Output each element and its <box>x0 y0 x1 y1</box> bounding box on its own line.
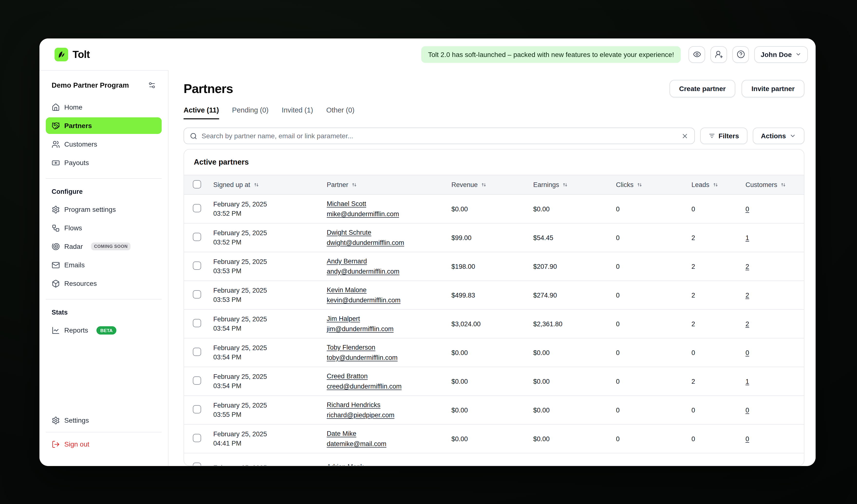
row-checkbox[interactable] <box>193 348 201 356</box>
partner-name-link[interactable]: Michael Scott <box>327 199 366 208</box>
clicks-cell: 0 <box>616 291 691 299</box>
partner-email-link[interactable]: mike@dundermifflin.com <box>327 209 399 218</box>
row-checkbox[interactable] <box>193 290 201 299</box>
mail-icon <box>52 261 60 269</box>
partner-name-link[interactable]: Jim Halpert <box>327 314 360 323</box>
column-label: Signed up at <box>213 181 250 188</box>
column-header-signed-up-at[interactable]: Signed up at <box>213 181 327 188</box>
signed-up-date: February 25, 2025 <box>213 430 327 439</box>
row-checkbox[interactable] <box>193 204 201 212</box>
earnings-cell: $0.00 <box>533 435 616 442</box>
customers-count-link[interactable]: 0 <box>745 349 749 356</box>
row-checkbox[interactable] <box>193 262 201 270</box>
row-checkbox[interactable] <box>193 376 201 385</box>
row-checkbox[interactable] <box>193 434 201 442</box>
customers-count-link[interactable]: 2 <box>745 263 749 270</box>
sidebar-item-label: Settings <box>64 416 89 424</box>
row-checkbox-cell <box>184 319 213 329</box>
filters-button[interactable]: Filters <box>700 128 747 144</box>
partner-name-link[interactable]: Creed Bratton <box>327 372 368 381</box>
sidebar: Demo Partner Program Home Partners Custo… <box>39 70 168 466</box>
help-icon <box>737 50 745 58</box>
partner-email-link[interactable]: toby@dundermifflin.com <box>327 353 398 362</box>
customers-count-link[interactable]: 1 <box>745 234 749 241</box>
partner-name-link[interactable]: Date Mike <box>327 429 356 438</box>
column-label: Leads <box>691 181 709 188</box>
column-header-revenue[interactable]: Revenue <box>451 181 533 188</box>
sign-out-button[interactable]: Sign out <box>46 436 162 452</box>
partner-name-link[interactable]: Richard Hendricks <box>327 401 381 409</box>
tab-other[interactable]: Other (0) <box>326 106 354 119</box>
sidebar-item-program-settings[interactable]: Program settings <box>46 201 162 218</box>
sidebar-item-flows[interactable]: Flows <box>46 220 162 236</box>
revenue-cell: $0.00 <box>451 406 533 414</box>
partner-name-link[interactable]: Kevin Malone <box>327 286 367 295</box>
radar-icon <box>52 242 60 251</box>
clicks-cell: 0 <box>616 205 691 213</box>
banknote-icon <box>52 158 60 167</box>
sidebar-item-home[interactable]: Home <box>46 99 162 115</box>
program-switcher[interactable]: Demo Partner Program <box>46 81 162 89</box>
add-partner-icon-button[interactable] <box>710 46 727 63</box>
customers-count-link[interactable]: 1 <box>745 377 749 385</box>
signed-up-time: 03:54 PM <box>213 353 327 362</box>
row-checkbox[interactable] <box>193 463 201 466</box>
row-checkbox[interactable] <box>193 405 201 414</box>
signed-up-time: 03:52 PM <box>213 209 327 218</box>
column-header-leads[interactable]: Leads <box>691 181 745 188</box>
select-all-checkbox[interactable] <box>193 180 201 188</box>
create-partner-button[interactable]: Create partner <box>669 80 735 97</box>
sidebar-item-emails[interactable]: Emails <box>46 257 162 273</box>
column-header-earnings[interactable]: Earnings <box>533 181 616 188</box>
sidebar-item-settings[interactable]: Settings <box>46 412 162 429</box>
row-checkbox[interactable] <box>193 319 201 327</box>
sidebar-item-reports[interactable]: Reports BETA <box>46 322 162 338</box>
column-header-customers[interactable]: Customers <box>745 181 804 188</box>
tab-invited[interactable]: Invited (1) <box>282 106 313 119</box>
box-icon <box>52 279 60 288</box>
partner-email-link[interactable]: richard@piedpiper.com <box>327 411 394 420</box>
sidebar-footer: Settings Sign out <box>46 412 162 454</box>
clear-search-icon[interactable] <box>681 132 688 139</box>
search-input[interactable] <box>202 132 677 140</box>
user-menu-button[interactable]: John Doe <box>754 46 808 63</box>
column-header-partner[interactable]: Partner <box>327 181 451 188</box>
preview-eye-button[interactable] <box>689 46 705 63</box>
signed-up-date: February 25, 2025 <box>213 463 327 466</box>
customers-count-link[interactable]: 0 <box>745 435 749 442</box>
partner-email-link[interactable]: jim@dundermifflin.com <box>327 324 394 333</box>
customers-count-link[interactable]: 0 <box>745 406 749 414</box>
sidebar-item-payouts[interactable]: Payouts <box>46 154 162 171</box>
column-header-clicks[interactable]: Clicks <box>616 181 691 188</box>
partner-cell: Andy Bernard andy@dundermifflin.com <box>327 257 451 276</box>
clicks-cell: 0 <box>616 320 691 327</box>
invite-partner-button[interactable]: Invite partner <box>742 80 804 97</box>
customers-count-link[interactable]: 2 <box>745 291 749 299</box>
leads-cell: 2 <box>691 263 745 270</box>
tab-pending[interactable]: Pending (0) <box>232 106 269 119</box>
sort-icon <box>253 182 259 188</box>
partner-name-link[interactable]: Toby Flenderson <box>327 343 375 352</box>
sidebar-item-radar[interactable]: Radar COMING SOON <box>46 238 162 255</box>
sidebar-item-resources[interactable]: Resources <box>46 275 162 292</box>
partner-email-link[interactable]: kevin@dundermifflin.com <box>327 296 401 305</box>
sidebar-item-partners[interactable]: Partners <box>46 117 162 134</box>
partner-email-link[interactable]: datemike@mail.com <box>327 439 386 448</box>
beta-badge: BETA <box>97 326 116 334</box>
partner-cell: Kevin Malone kevin@dundermifflin.com <box>327 286 451 305</box>
partner-name-link[interactable]: Adrian Monk <box>327 463 364 466</box>
tab-active[interactable]: Active (11) <box>184 106 219 119</box>
partner-email-link[interactable]: creed@dundermifflin.com <box>327 382 402 391</box>
partner-email-link[interactable]: andy@dundermifflin.com <box>327 267 400 276</box>
actions-button[interactable]: Actions <box>753 128 804 144</box>
sidebar-item-customers[interactable]: Customers <box>46 136 162 152</box>
revenue-cell: $0.00 <box>451 435 533 442</box>
customers-count-link[interactable]: 2 <box>745 320 749 327</box>
announcement-banner[interactable]: Tolt 2.0 has soft-launched – packed with… <box>421 46 681 63</box>
help-button[interactable] <box>732 46 749 63</box>
customers-count-link[interactable]: 0 <box>745 205 749 213</box>
partner-name-link[interactable]: Andy Bernard <box>327 257 367 266</box>
partner-name-link[interactable]: Dwight Schrute <box>327 228 371 237</box>
partner-email-link[interactable]: dwight@dundermifflin.com <box>327 238 404 247</box>
row-checkbox[interactable] <box>193 233 201 241</box>
